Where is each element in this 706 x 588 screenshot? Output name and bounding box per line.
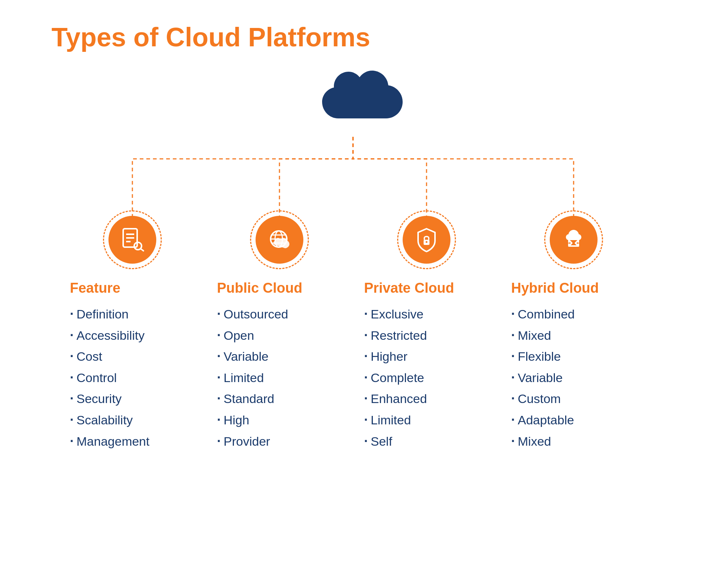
list-item: Outsourced (217, 303, 288, 325)
list-item: Mixed (511, 325, 575, 346)
hybrid-cloud-list: Combined Mixed Flexible Variable Custom … (511, 303, 575, 452)
list-item: Control (70, 367, 149, 388)
connector-lines (59, 137, 647, 218)
list-item: Management (70, 431, 149, 452)
svg-line-5 (140, 249, 143, 251)
list-item: Provider (217, 431, 288, 452)
shield-lock-icon (414, 227, 439, 253)
feature-icon-inner (108, 216, 156, 264)
list-item: Scalability (70, 409, 149, 431)
list-item: Variable (217, 346, 288, 367)
list-item: Restricted (364, 325, 427, 346)
private-cloud-title: Private Cloud (364, 280, 454, 296)
list-item: Exclusive (364, 303, 427, 325)
cloud-icon (302, 67, 404, 140)
public-cloud-list: Outsourced Open Variable Limited Standar… (217, 303, 288, 452)
private-cloud-list: Exclusive Restricted Higher Complete Enh… (364, 303, 427, 452)
document-search-icon (120, 227, 145, 253)
public-cloud-column: Public Cloud Outsourced Open Variable Li… (206, 210, 353, 452)
list-item: Adaptable (511, 409, 575, 431)
public-cloud-icon-outer (250, 210, 309, 269)
hybrid-cloud-column: Hybrid Cloud Combined Mixed Flexible Var… (500, 210, 647, 452)
page-container: Types of Cloud Platforms (0, 0, 706, 588)
feature-title: Feature (70, 280, 120, 296)
private-cloud-icon-inner (403, 216, 450, 264)
cloud-container (302, 67, 404, 140)
title-prefix: Types of (51, 22, 166, 52)
list-item: Security (70, 388, 149, 409)
hybrid-cloud-icon-outer (544, 210, 603, 269)
title-highlight: Cloud Platforms (166, 22, 370, 52)
list-item: Complete (364, 367, 427, 388)
hybrid-cloud-title: Hybrid Cloud (511, 280, 599, 296)
list-item: Open (217, 325, 288, 346)
feature-column: Feature Definition Accessibility Cost Co… (59, 210, 206, 452)
list-item: Limited (217, 367, 288, 388)
diagram-area: Feature Definition Accessibility Cost Co… (29, 67, 677, 452)
globe-cloud-icon (267, 227, 292, 253)
list-item: Limited (364, 409, 427, 431)
list-item: Flexible (511, 346, 575, 367)
private-cloud-column: Private Cloud Exclusive Restricted Highe… (353, 210, 500, 452)
list-item: Self (364, 431, 427, 452)
svg-point-12 (426, 241, 428, 243)
list-item: High (217, 409, 288, 431)
public-cloud-title: Public Cloud (217, 280, 302, 296)
title-area: Types of Cloud Platforms (29, 22, 677, 52)
list-item: Custom (511, 388, 575, 409)
list-item: Combined (511, 303, 575, 325)
list-item: Higher (364, 346, 427, 367)
public-cloud-icon-inner (256, 216, 303, 264)
private-cloud-icon-outer (397, 210, 456, 269)
list-item: Enhanced (364, 388, 427, 409)
columns-container: Feature Definition Accessibility Cost Co… (59, 210, 647, 452)
recycle-cloud-icon (561, 227, 586, 253)
list-item: Standard (217, 388, 288, 409)
list-item: Variable (511, 367, 575, 388)
feature-icon-outer (103, 210, 162, 269)
list-item: Definition (70, 303, 149, 325)
list-item: Accessibility (70, 325, 149, 346)
page-title: Types of Cloud Platforms (51, 22, 677, 52)
feature-list: Definition Accessibility Cost Control Se… (70, 303, 149, 452)
hybrid-cloud-icon-inner (550, 216, 598, 264)
list-item: Cost (70, 346, 149, 367)
list-item: Mixed (511, 431, 575, 452)
